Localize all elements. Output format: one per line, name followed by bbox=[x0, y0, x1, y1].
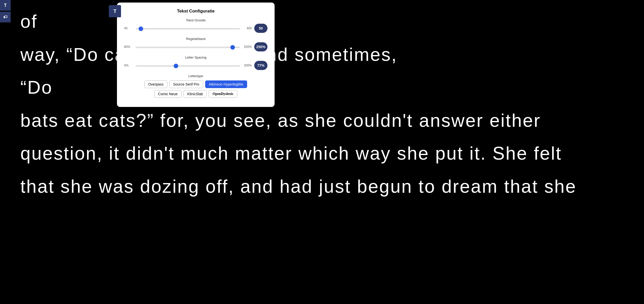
tekst-grootte-value: 50 bbox=[254, 24, 267, 33]
regelafstand-slider[interactable] bbox=[136, 47, 240, 48]
font-btn-atkinson[interactable]: Atkinson Hyperlegible bbox=[205, 80, 247, 88]
tekst-grootte-min: 40 bbox=[124, 26, 133, 30]
tekst-grootte-label: Tekst Grootte bbox=[124, 18, 267, 22]
font-buttons-row-2: Comic Neue KlinicSlab OpenDyslexic bbox=[124, 90, 267, 98]
regelafstand-value: 250% bbox=[254, 42, 267, 51]
tekst-grootte-section: Tekst Grootte 40 400 50 bbox=[124, 18, 267, 33]
text-config-modal: T Tekst Configuratie Tekst Grootte 40 40… bbox=[117, 3, 275, 107]
regelafstand-section: Regelafstand 80% 250% 250% bbox=[124, 37, 267, 51]
font-buttons-row-1: Overpass Source Serif Pro Atkinson Hyper… bbox=[124, 80, 267, 88]
letter-spacing-slider[interactable] bbox=[136, 65, 240, 67]
font-btn-klinicslab[interactable]: KlinicSlab bbox=[184, 90, 207, 98]
tekst-grootte-max: 400 bbox=[243, 26, 252, 30]
font-btn-comic-neue[interactable]: Comic Neue bbox=[154, 90, 182, 98]
letter-spacing-min: 0% bbox=[124, 64, 133, 67]
font-btn-source-serif-pro[interactable]: Source Serif Pro bbox=[169, 80, 203, 88]
font-btn-opendyslexic[interactable]: OpenDyslexic bbox=[209, 90, 237, 98]
letter-spacing-value: 77% bbox=[254, 61, 267, 70]
tag-button[interactable]: 🏷 bbox=[0, 12, 11, 22]
regelafstand-max: 250% bbox=[243, 45, 252, 49]
main-content: of way, “Do cats eat b ats eat nd someti… bbox=[0, 0, 644, 208]
sidebar: T 🏷 bbox=[0, 0, 11, 22]
tekst-grootte-slider[interactable] bbox=[136, 28, 240, 30]
text-line-4: bats eat cats?” for, you see, as she cou… bbox=[20, 104, 629, 137]
lettertype-label: Lettertype bbox=[124, 74, 267, 78]
font-section: Lettertype Overpass Source Serif Pro Atk… bbox=[124, 74, 267, 98]
font-btn-overpass[interactable]: Overpass bbox=[144, 80, 167, 88]
text-line-6: that she was dozing off, and had just be… bbox=[20, 170, 629, 203]
letter-spacing-label: Letter Spacing bbox=[124, 56, 267, 59]
modal-t-icon[interactable]: T bbox=[109, 5, 121, 17]
modal-title: Tekst Configuratie bbox=[124, 9, 267, 14]
text-config-button[interactable]: T bbox=[0, 0, 11, 11]
text-line-3: “Do bbox=[20, 71, 629, 104]
regelafstand-label: Regelafstand bbox=[124, 37, 267, 41]
text-line-2: way, “Do cats eat b ats eat nd sometimes… bbox=[20, 38, 629, 71]
letter-spacing-section: Letter Spacing 0% 200% 77% bbox=[124, 56, 267, 70]
regelafstand-min: 80% bbox=[124, 45, 133, 49]
letter-spacing-max: 200% bbox=[243, 64, 252, 67]
text-line-5: question, it didn't much matter which wa… bbox=[20, 137, 629, 170]
